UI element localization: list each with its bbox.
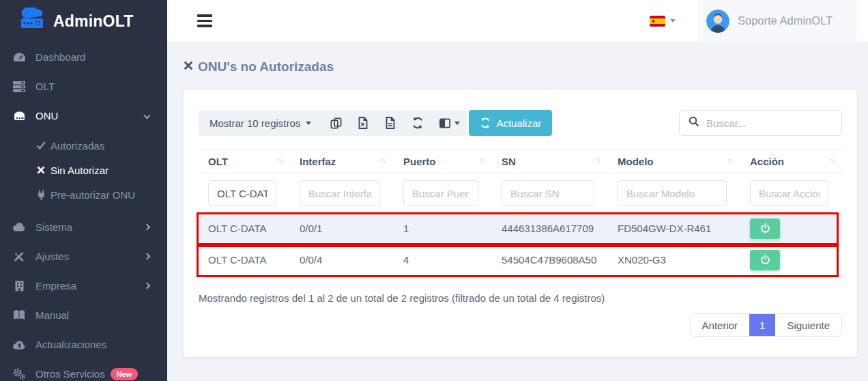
cell-modelo: FD504GW-DX-R461 bbox=[608, 213, 740, 244]
sidebar-item-manual[interactable]: Manual bbox=[0, 300, 167, 330]
avatar bbox=[706, 10, 729, 33]
sort-icon: ↑↓ bbox=[594, 156, 600, 165]
cell-puerto: 4 bbox=[394, 244, 492, 276]
check-icon bbox=[35, 141, 46, 150]
chevron-right-icon bbox=[144, 253, 151, 260]
sidebar-item-sistema[interactable]: Sistema bbox=[0, 212, 167, 242]
page-length-label: Mostrar 10 registros bbox=[209, 117, 300, 129]
olt-server-icon bbox=[12, 81, 26, 92]
sidebar-item-label: Dashboard bbox=[35, 51, 85, 63]
column-header-accion[interactable]: Acción↑↓ bbox=[740, 150, 842, 173]
authorize-power-button[interactable] bbox=[750, 250, 780, 270]
topbar: Soporte AdminOLT bbox=[167, 0, 868, 42]
search-input[interactable] bbox=[706, 117, 822, 129]
table-row: OLT C-DATA 0/0/1 1 444631386A617709 FD50… bbox=[199, 213, 842, 244]
sidebar-item-label: OLT bbox=[35, 81, 55, 92]
app-title: AdminOLT bbox=[53, 12, 133, 31]
filter-modelo-input[interactable] bbox=[618, 180, 727, 206]
sidebar-item-label: ONU bbox=[35, 110, 58, 122]
sidebar-item-label: Ajustes bbox=[35, 251, 69, 262]
pagination-next-button[interactable]: Siguiente bbox=[775, 314, 841, 336]
file-export-button[interactable] bbox=[377, 110, 404, 136]
x-icon bbox=[35, 166, 46, 174]
page-title-text: ONU's no Autorizadas bbox=[198, 59, 334, 74]
logo: AdminOLT bbox=[0, 0, 167, 42]
sidebar-item-pre-autorizar[interactable]: Pre-autorizar ONU bbox=[0, 182, 167, 207]
copy-button[interactable] bbox=[322, 110, 349, 136]
cell-modelo: XN020-G3 bbox=[608, 244, 740, 276]
onu-submenu: Autorizadas Sin Autorizar Pre-autorizar … bbox=[0, 130, 167, 212]
authorize-power-button[interactable] bbox=[750, 218, 780, 239]
spain-flag-icon bbox=[650, 16, 665, 27]
table-filter-row bbox=[199, 173, 842, 213]
logo-cloud-router-icon bbox=[16, 8, 48, 35]
sidebar-item-onu[interactable]: ONU bbox=[0, 101, 167, 130]
pagination: Anterior 1 Siguiente bbox=[690, 313, 842, 337]
new-badge: New bbox=[111, 368, 139, 380]
sort-icon: ↑↓ bbox=[828, 156, 834, 165]
excel-export-button[interactable] bbox=[349, 110, 377, 136]
sidebar-item-ajustes[interactable]: Ajustes bbox=[0, 242, 167, 271]
sidebar-item-actualizaciones[interactable]: Actualizaciones bbox=[0, 330, 167, 359]
language-selector[interactable] bbox=[650, 16, 676, 27]
cell-puerto: 1 bbox=[394, 213, 492, 244]
column-header-interfaz[interactable]: Interfaz↑↓ bbox=[290, 150, 394, 173]
filter-puerto-input[interactable] bbox=[403, 180, 478, 206]
user-name: Soporte AdminOLT bbox=[738, 14, 833, 27]
sidebar: AdminOLT Dashboard OLT ONU bbox=[0, 0, 167, 381]
column-header-modelo[interactable]: Modelo↑↓ bbox=[608, 150, 740, 173]
table-header-row: OLT↑↓ Interfaz↑↓ Puerto↑↓ SN↑↓ Modelo↑↓ … bbox=[199, 150, 842, 173]
sidebar-item-otros-servicios[interactable]: Otros Servicios New bbox=[0, 359, 167, 381]
app-root: AdminOLT Dashboard OLT ONU bbox=[0, 0, 868, 381]
sidebar-item-empresa[interactable]: Empresa bbox=[0, 271, 167, 300]
pagination-row: Anterior 1 Siguiente bbox=[199, 313, 842, 337]
building-icon bbox=[12, 281, 26, 292]
column-header-sn[interactable]: SN↑↓ bbox=[492, 150, 608, 173]
sidebar-item-autorizadas[interactable]: Autorizadas bbox=[0, 133, 167, 158]
user-menu[interactable]: Soporte AdminOLT bbox=[697, 0, 857, 42]
sidebar-item-label: Autorizadas bbox=[50, 140, 104, 152]
cell-sn: 444631386A617709 bbox=[492, 213, 608, 244]
chevron-right-icon bbox=[144, 224, 151, 231]
sidebar-item-sin-autorizar[interactable]: Sin Autorizar bbox=[0, 158, 167, 182]
filter-sn-input[interactable] bbox=[502, 180, 594, 206]
sidebar-item-label: Manual bbox=[35, 309, 69, 321]
cell-sn: 54504C47B9608A50 bbox=[492, 244, 608, 276]
sidebar-nav: Dashboard OLT ONU bbox=[0, 42, 167, 381]
sidebar-item-label: Pre-autorizar ONU bbox=[50, 189, 135, 201]
cell-interfaz: 0/0/1 bbox=[290, 213, 394, 244]
sidebar-item-label: Actualizaciones bbox=[35, 339, 106, 350]
hamburger-menu-icon[interactable] bbox=[197, 12, 212, 30]
sidebar-item-dashboard[interactable]: Dashboard bbox=[0, 42, 167, 72]
topbar-right: Soporte AdminOLT bbox=[650, 0, 868, 42]
sidebar-item-label: Sin Autorizar bbox=[50, 165, 108, 176]
sidebar-item-olt[interactable]: OLT bbox=[0, 72, 167, 101]
onu-table: OLT↑↓ Interfaz↑↓ Puerto↑↓ SN↑↓ Modelo↑↓ … bbox=[199, 150, 842, 276]
filter-interfaz-input[interactable] bbox=[300, 180, 380, 206]
filter-accion-input[interactable] bbox=[750, 180, 828, 206]
main-panel: Soporte AdminOLT ONU's no Autorizadas Mo… bbox=[167, 0, 868, 381]
column-visibility-button[interactable] bbox=[431, 110, 467, 136]
cell-olt: OLT C-DATA bbox=[199, 213, 290, 244]
caret-down-icon bbox=[670, 19, 676, 23]
column-header-olt[interactable]: OLT↑↓ bbox=[199, 150, 290, 173]
records-info: Mostrando registros del 1 al 2 de un tot… bbox=[199, 292, 842, 304]
actualizar-label: Actualizar bbox=[496, 117, 541, 129]
cell-interfaz: 0/0/4 bbox=[290, 244, 394, 276]
cloud-upload-icon bbox=[12, 340, 26, 350]
export-button-group: Mostrar 10 registros bbox=[199, 110, 467, 136]
plug-icon bbox=[35, 190, 46, 200]
cloud-icon bbox=[12, 223, 26, 231]
column-header-puerto[interactable]: Puerto↑↓ bbox=[394, 150, 492, 173]
reload-table-button[interactable] bbox=[404, 110, 431, 136]
search-icon bbox=[689, 116, 699, 130]
x-title-icon bbox=[184, 61, 193, 73]
pagination-prev-button[interactable]: Anterior bbox=[691, 314, 750, 336]
pagination-page-1-button[interactable]: 1 bbox=[749, 314, 775, 336]
actualizar-button[interactable]: Actualizar bbox=[469, 110, 552, 136]
page-length-dropdown[interactable]: Mostrar 10 registros bbox=[199, 110, 322, 136]
filter-olt-input[interactable] bbox=[208, 180, 276, 206]
global-search bbox=[679, 110, 842, 136]
sort-icon: ↑↓ bbox=[478, 156, 484, 165]
table-toolbar: Mostrar 10 registros bbox=[199, 110, 842, 136]
